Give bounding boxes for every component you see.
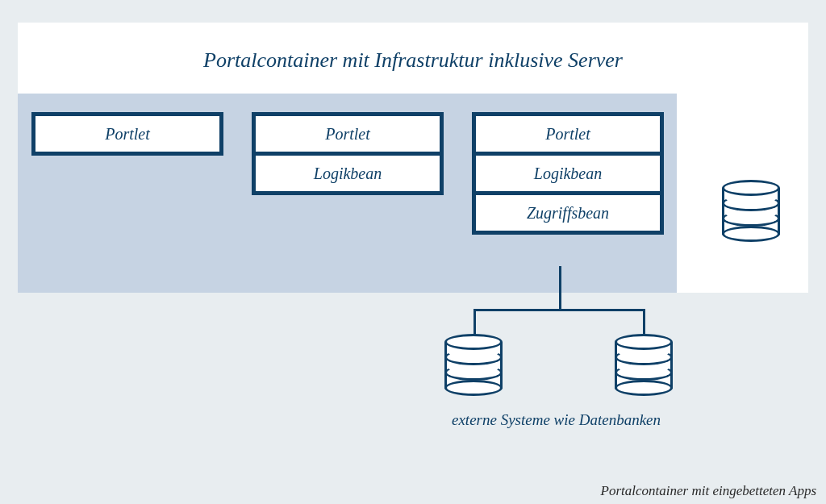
connector-line: [643, 309, 645, 335]
inner-container-box: Portlet Portlet Logikbean Portlet Logikb…: [18, 94, 677, 293]
database-icon: [722, 180, 780, 243]
stack-cell: Zugriffsbean: [476, 195, 660, 231]
stack-cell: Portlet: [256, 116, 440, 152]
database-icon: [444, 334, 503, 397]
connector-line: [473, 309, 476, 335]
stack-cell: Portlet: [35, 116, 219, 152]
connector-line: [559, 266, 561, 310]
app-stack-1: Portlet: [31, 112, 223, 156]
app-stack-3: Portlet Logikbean Zugriffsbean: [472, 112, 664, 235]
portal-container-box: Portalcontainer mit Infrastruktur inklus…: [18, 23, 808, 293]
external-systems-caption: externe Systeme wie Datenbanken: [452, 411, 694, 429]
stack-cell: Logikbean: [476, 156, 660, 191]
diagram-title: Portalcontainer mit Infrastruktur inklus…: [18, 23, 808, 95]
figure-caption: Portalcontainer mit eingebetteten Apps: [601, 483, 816, 499]
stack-cell: Logikbean: [256, 156, 440, 191]
database-icon: [615, 334, 673, 397]
app-stack-2: Portlet Logikbean: [252, 112, 444, 195]
connector-line: [473, 309, 645, 311]
stack-cell: Portlet: [476, 116, 660, 152]
